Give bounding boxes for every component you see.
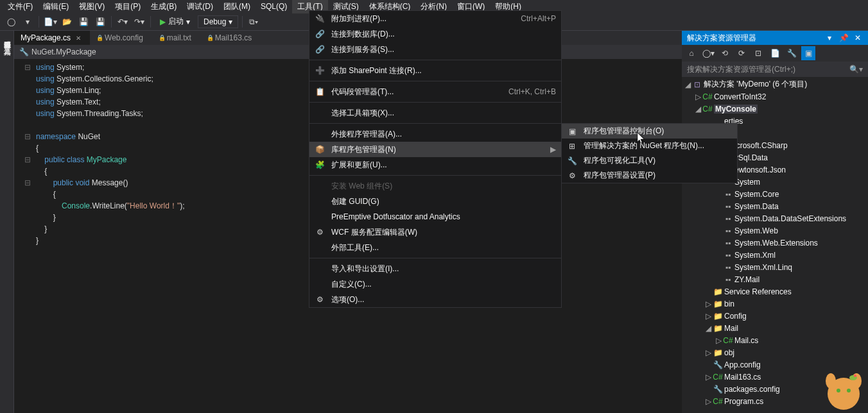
menu-item[interactable]: 🧩扩展和更新(U)... xyxy=(309,157,561,173)
mascot-icon xyxy=(812,362,863,413)
tree-node[interactable]: ▪▪System.Web.Extensions xyxy=(682,237,868,249)
svg-point-1 xyxy=(837,389,840,392)
pin-icon[interactable]: 📌 xyxy=(838,33,849,43)
menu-item[interactable]: ➕添加 SharePoint 连接(R)... xyxy=(309,63,561,78)
start-button[interactable]: ▶启动 ▾ xyxy=(155,16,195,27)
save-all-icon[interactable]: 💾 xyxy=(93,15,107,29)
submenu-item[interactable]: 🔧程序包可视化工具(V) xyxy=(562,153,737,168)
nav-fwd-icon[interactable]: ▾ xyxy=(21,15,35,29)
sync-icon[interactable]: ⟲ xyxy=(718,46,732,60)
start-label: 启动 xyxy=(168,16,184,27)
tree-node[interactable]: ▷📁bin xyxy=(682,298,868,310)
preview-icon[interactable]: ▣ xyxy=(801,46,815,60)
tree-node[interactable]: ◢C#MyConsole xyxy=(682,103,868,115)
solution-explorer: 解决方案资源管理器 ▾ 📌 ✕ ⌂ ◯▾ ⟲ ⟳ ⊡ 📄 🔧 ▣ 搜索解决方案资… xyxy=(682,31,868,413)
menu-item[interactable]: 📦库程序包管理器(N)▶ xyxy=(309,142,561,157)
submenu-item[interactable]: ⚙程序包管理器设置(P) xyxy=(562,168,737,183)
submenu-item[interactable]: ▣程序包管理器控制台(O) xyxy=(562,124,737,139)
solexp-titlebar: 解决方案资源管理器 ▾ 📌 ✕ xyxy=(682,31,868,45)
close-icon[interactable]: ✕ xyxy=(76,35,81,42)
refresh-icon[interactable]: ⟳ xyxy=(734,46,749,60)
save-icon[interactable]: 💾 xyxy=(76,15,91,29)
svg-point-6 xyxy=(854,375,856,377)
config-dropdown[interactable]: Debug ▾ xyxy=(198,15,238,28)
menu-0[interactable]: 文件(F) xyxy=(3,0,38,13)
menu-item: 安装 Web 组件(S) xyxy=(309,178,561,194)
svg-point-3 xyxy=(826,373,836,389)
tab-Web.config[interactable]: Web.config xyxy=(90,31,152,45)
solution-node[interactable]: ◢⊡解决方案 'MyDemo' (6 个项目) xyxy=(682,78,868,90)
tree-node[interactable]: ▪▪System.Data xyxy=(682,200,868,212)
nav-back-icon[interactable]: ◯ xyxy=(4,15,18,29)
menu-item[interactable]: ⚙WCF 服务配置编辑器(W) xyxy=(309,224,561,240)
search-placeholder: 搜索解决方案资源管理器(Ctrl+;) xyxy=(687,64,849,75)
tree-node[interactable]: ▷C#ConvertToInt32 xyxy=(682,90,868,103)
class-icon: 🔧 xyxy=(19,47,29,56)
menu-4[interactable]: 生成(B) xyxy=(146,0,182,13)
submenu-item[interactable]: ⊞管理解决方案的 NuGet 程序包(N)... xyxy=(562,139,737,153)
menu-item[interactable]: 🔗连接到服务器(S)... xyxy=(309,42,561,57)
new-file-icon[interactable]: 📄▾ xyxy=(43,15,57,29)
tree-node[interactable]: ◢📁Mail xyxy=(682,322,868,334)
breadcrumb-label[interactable]: NuGet.MyPackage xyxy=(31,47,96,56)
open-icon[interactable]: 📂 xyxy=(60,15,74,29)
svg-point-2 xyxy=(847,389,851,392)
tab-MyPackage.cs[interactable]: MyPackage.cs✕ xyxy=(14,31,90,45)
tree-node[interactable]: ▷📁obj xyxy=(682,346,868,358)
properties-icon[interactable]: 🔧 xyxy=(785,46,799,60)
tree-node[interactable]: ▪▪System.Data.DataSetExtensions xyxy=(682,212,868,224)
menu-item[interactable]: 选择工具箱项(X)... xyxy=(309,105,561,121)
solexp-search[interactable]: 搜索解决方案资源管理器(Ctrl+;) 🔍▾ xyxy=(682,62,868,77)
stack-icon[interactable]: ⧉▾ xyxy=(247,15,261,29)
menu-item[interactable]: ⚙选项(O)... xyxy=(309,292,561,307)
collapse-icon[interactable]: ⊡ xyxy=(751,46,765,60)
menu-item[interactable]: 外接程序管理器(A)... xyxy=(309,126,561,142)
menu-item[interactable]: PreEmptive Dotfuscator and Analytics xyxy=(309,209,561,224)
tab-Mail163.cs[interactable]: Mail163.cs xyxy=(200,31,261,45)
menu-5[interactable]: 调试(D) xyxy=(182,0,218,13)
menu-item[interactable]: 🔗连接到数据库(D)... xyxy=(309,26,561,42)
tools-menu: 🔌附加到进程(P)...Ctrl+Alt+P🔗连接到数据库(D)...🔗连接到服… xyxy=(309,10,562,308)
menu-2[interactable]: 视图(V) xyxy=(74,0,110,13)
tree-node[interactable]: ▷📁Config xyxy=(682,310,868,322)
menu-3[interactable]: 项目(P) xyxy=(110,0,146,13)
back-icon[interactable]: ◯▾ xyxy=(701,46,715,60)
menu-item[interactable]: 🔌附加到进程(P)...Ctrl+Alt+P xyxy=(309,11,561,26)
undo-icon[interactable]: ↶▾ xyxy=(116,15,130,29)
close-icon[interactable]: ✕ xyxy=(853,33,863,43)
redo-icon[interactable]: ↷▾ xyxy=(132,15,146,29)
tree-node[interactable]: ▷C#Mail.cs xyxy=(682,334,868,346)
tree-node[interactable]: ▪▪System.Core xyxy=(682,188,868,200)
vertical-toolbox-bar[interactable]: 服务器资源管理器 工具箱 xyxy=(0,31,14,413)
menu-item[interactable]: 📋代码段管理器(T)...Ctrl+K, Ctrl+B xyxy=(309,84,561,99)
tree-node[interactable]: 📁Service References xyxy=(682,285,868,298)
tree-node[interactable]: ▪▪System.Xml.Linq xyxy=(682,261,868,273)
tab-mail.txt[interactable]: mail.txt xyxy=(152,31,200,45)
tree-node[interactable]: ▪▪ZY.Mail xyxy=(682,273,868,285)
menu-item[interactable]: 创建 GUID(G) xyxy=(309,194,561,209)
home-icon[interactable]: ⌂ xyxy=(684,46,699,60)
menu-1[interactable]: 编辑(E) xyxy=(38,0,74,13)
dropdown-icon[interactable]: ▾ xyxy=(824,33,835,43)
package-manager-submenu: ▣程序包管理器控制台(O)⊞管理解决方案的 NuGet 程序包(N)...🔧程序… xyxy=(561,123,738,183)
solexp-title: 解决方案资源管理器 xyxy=(687,33,820,44)
menu-item[interactable]: 外部工具(E)... xyxy=(309,240,561,255)
tree-node[interactable]: ▪▪System.Web xyxy=(682,224,868,237)
show-all-icon[interactable]: 📄 xyxy=(768,46,782,60)
menu-item[interactable]: 自定义(C)... xyxy=(309,276,561,292)
tree-node[interactable]: ▪▪System.Xml xyxy=(682,249,868,261)
menu-6[interactable]: 团队(M) xyxy=(218,0,256,13)
menu-item[interactable]: 导入和导出设置(I)... xyxy=(309,261,561,276)
menu-7[interactable]: SQL(Q) xyxy=(256,1,292,12)
solexp-toolbar: ⌂ ◯▾ ⟲ ⟳ ⊡ 📄 🔧 ▣ xyxy=(682,45,868,62)
search-icon: 🔍▾ xyxy=(849,65,863,74)
